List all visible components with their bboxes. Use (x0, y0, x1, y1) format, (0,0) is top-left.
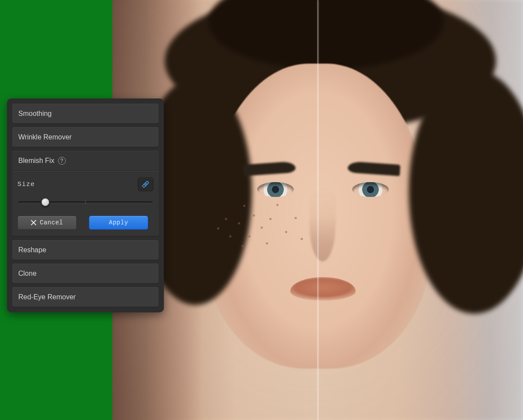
freckle (301, 238, 303, 240)
tool-item-blemish-fix[interactable]: Blemish Fix ? (12, 151, 159, 171)
size-slider[interactable] (18, 197, 153, 207)
freckle (295, 217, 297, 219)
freckle (285, 231, 287, 233)
tool-item-label: Reshape (18, 246, 46, 254)
freckle (225, 218, 227, 220)
svg-rect-0 (142, 181, 149, 188)
freckle (229, 235, 231, 237)
freckle (241, 245, 244, 247)
image-canvas[interactable] (112, 0, 523, 420)
eye (352, 182, 389, 197)
apply-button-label: Apply (109, 219, 129, 226)
tool-item-label: Smoothing (18, 110, 52, 118)
freckle (243, 205, 245, 207)
tool-item-smoothing[interactable]: Smoothing (12, 104, 159, 124)
brush-type-button[interactable] (138, 177, 153, 191)
freckle (276, 204, 278, 206)
tool-item-label: Blemish Fix (18, 157, 54, 165)
nose (309, 187, 336, 261)
svg-point-3 (145, 184, 146, 185)
bandaid-icon (141, 180, 150, 189)
tool-item-reshape[interactable]: Reshape (12, 240, 159, 260)
tool-item-label: Wrinkle Remover (18, 133, 71, 141)
cancel-button[interactable]: Cancel (17, 216, 77, 230)
tool-item-clone[interactable]: Clone (12, 264, 159, 284)
freckle (266, 242, 268, 244)
tool-item-label: Red-Eye Remover (18, 293, 76, 301)
freckle (269, 218, 272, 220)
help-icon[interactable]: ? (58, 157, 66, 165)
cancel-button-label: Cancel (40, 219, 63, 226)
freckle (261, 227, 263, 229)
tool-item-label: Clone (18, 270, 37, 278)
tool-item-red-eye-remover[interactable]: Red-Eye Remover (12, 287, 159, 307)
blemish-fix-options: Size (12, 171, 159, 237)
freckle (238, 222, 240, 224)
before-after-divider[interactable] (318, 0, 318, 420)
close-icon (31, 220, 36, 225)
freckle (253, 214, 255, 217)
apply-button[interactable]: Apply (89, 216, 148, 230)
svg-line-1 (144, 184, 146, 186)
svg-point-6 (146, 184, 146, 185)
tool-item-wrinkle-remover[interactable]: Wrinkle Remover (12, 127, 159, 147)
divider-line (12, 171, 159, 171)
svg-point-4 (145, 183, 146, 184)
freckle (248, 235, 251, 237)
slider-tick (85, 200, 86, 204)
freckle (217, 227, 219, 230)
svg-line-2 (146, 183, 148, 185)
eye (257, 182, 294, 197)
retouch-panel: Smoothing Wrinkle Remover Blemish Fix ? … (7, 98, 164, 312)
slider-thumb[interactable] (41, 198, 49, 206)
size-label: Size (17, 181, 35, 188)
svg-point-5 (145, 184, 146, 185)
